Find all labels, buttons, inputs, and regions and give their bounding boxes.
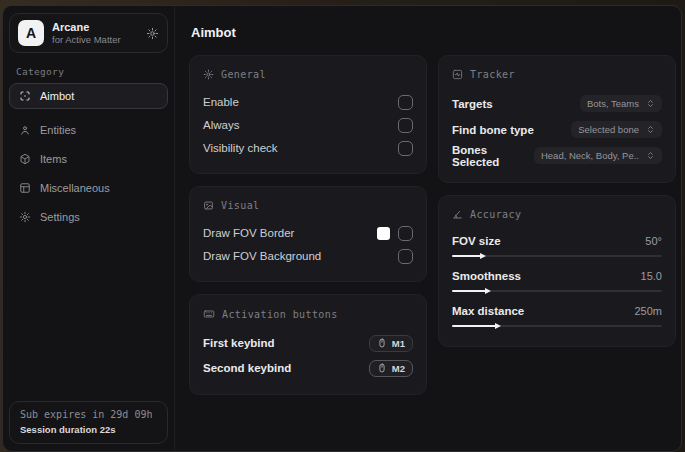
draw-fov-background-checkbox[interactable] — [398, 249, 413, 264]
select-value: Bots, Teams — [587, 98, 639, 109]
sidebar-item-label: Items — [40, 153, 67, 165]
sidebar-item-label: Miscellaneous — [40, 182, 110, 194]
sidebar-item-items[interactable]: Items — [9, 146, 168, 172]
visibility-check-checkbox[interactable] — [398, 141, 413, 156]
gear-icon[interactable] — [146, 27, 159, 40]
keybind-label: First keybind — [203, 337, 275, 349]
image-icon — [203, 200, 214, 211]
sidebar-item-aimbot[interactable]: Aimbot — [9, 83, 168, 109]
accuracy-header-label: Accuracy — [470, 209, 521, 220]
draw-fov-border-checkbox[interactable] — [398, 226, 413, 241]
sidebar-item-label: Aimbot — [40, 90, 74, 102]
layout-grid-icon — [19, 182, 31, 194]
toggle-label: Always — [203, 119, 239, 131]
slider-thumb[interactable] — [495, 323, 501, 329]
tracker-card: Tracker Targets Bots, Teams — [438, 55, 676, 183]
tracker-header-label: Tracker — [470, 69, 515, 80]
activation-header-label: Activation buttons — [222, 309, 338, 320]
toggle-row-visibility-check: Visibility check — [203, 137, 413, 159]
fov-border-color-swatch[interactable] — [377, 227, 390, 240]
brand-subtitle: for Active Matter — [52, 34, 121, 46]
slider-label: FOV size — [452, 235, 501, 247]
slider-fill — [452, 325, 496, 327]
second-keybind-button[interactable]: M2 — [369, 360, 413, 377]
visual-card: Visual Draw FOV Border Draw FOV Backgrou… — [189, 186, 427, 282]
unfold-icon — [646, 99, 655, 108]
mouse-icon — [377, 338, 387, 348]
visual-header: Visual — [203, 200, 413, 211]
sidebar-nav: Aimbot Entities Items — [3, 83, 174, 230]
select-label: Targets — [452, 98, 493, 110]
general-header-label: General — [221, 69, 266, 80]
max-distance-slider[interactable] — [452, 325, 662, 327]
find-bone-type-select[interactable]: Selected bone — [571, 121, 662, 138]
select-row-bones-selected: Bones Selected Head, Neck, Body, Pe.. — [452, 143, 662, 168]
select-label: Bones Selected — [452, 144, 534, 168]
keybind-value: M2 — [392, 363, 405, 374]
slider-thumb[interactable] — [480, 253, 486, 259]
sidebar-item-settings[interactable]: Settings — [9, 204, 168, 230]
brand-card: A Arcane for Active Matter — [9, 13, 168, 53]
toggle-row-draw-fov-background: Draw FOV Background — [203, 245, 413, 267]
keybind-value: M1 — [392, 338, 405, 349]
first-keybind-button[interactable]: M1 — [369, 335, 413, 352]
sidebar-item-entities[interactable]: Entities — [9, 117, 168, 143]
sub-expires-text: Sub expires in 29d 09h — [20, 409, 157, 420]
select-value: Head, Neck, Body, Pe.. — [541, 150, 639, 161]
brand-logo: A — [18, 20, 44, 46]
general-header: General — [203, 69, 413, 80]
radar-activity-icon — [452, 69, 463, 80]
accuracy-card: Accuracy FOV size 50° — [438, 195, 676, 347]
slider-label: Smoothness — [452, 270, 521, 282]
page-title: Aimbot — [191, 25, 676, 40]
fov-size-slider[interactable] — [452, 255, 662, 257]
targets-select[interactable]: Bots, Teams — [580, 95, 662, 112]
session-duration-text: Session duration 22s — [20, 424, 157, 435]
keyboard-icon — [203, 308, 215, 320]
enable-checkbox[interactable] — [398, 95, 413, 110]
toggle-label: Visibility check — [203, 142, 278, 154]
general-card: General Enable Always Visibility check — [189, 55, 427, 174]
keybind-row-second: Second keybind M2 — [203, 356, 413, 380]
brand-title: Arcane — [52, 21, 121, 34]
slider-fill — [452, 290, 486, 292]
app-window: A Arcane for Active Matter Category — [2, 5, 682, 452]
main-content: Aimbot General Enable — [175, 6, 682, 451]
scan-icon — [19, 90, 31, 102]
select-value: Selected bone — [578, 124, 639, 135]
slider-fov-size: FOV size 50° — [452, 231, 662, 257]
toggle-label: Draw FOV Background — [203, 250, 321, 262]
tracker-header: Tracker — [452, 69, 662, 80]
slider-value: 15.0 — [641, 270, 662, 282]
select-row-find-bone-type: Find bone type Selected bone — [452, 117, 662, 142]
unfold-icon — [646, 125, 655, 134]
sidebar-item-label: Entities — [40, 124, 76, 136]
slider-value: 50° — [645, 235, 662, 247]
slider-thumb[interactable] — [485, 288, 491, 294]
fov-border-controls — [377, 226, 413, 241]
slider-label: Max distance — [452, 305, 524, 317]
sidebar-item-miscellaneous[interactable]: Miscellaneous — [9, 175, 168, 201]
toggle-label: Draw FOV Border — [203, 227, 294, 239]
accuracy-header: Accuracy — [452, 209, 662, 220]
visual-header-label: Visual — [221, 200, 260, 211]
smoothness-slider[interactable] — [452, 290, 662, 292]
sidebar-item-label: Settings — [40, 211, 80, 223]
always-checkbox[interactable] — [398, 118, 413, 133]
category-label: Category — [16, 66, 161, 77]
toggle-row-enable: Enable — [203, 91, 413, 113]
right-column: Tracker Targets Bots, Teams — [438, 55, 676, 359]
toggle-row-draw-fov-border: Draw FOV Border — [203, 222, 413, 244]
bones-selected-select[interactable]: Head, Neck, Body, Pe.. — [534, 147, 662, 164]
settings-gear-icon — [19, 211, 31, 223]
sidebar: A Arcane for Active Matter Category — [3, 6, 175, 451]
slider-max-distance: Max distance 250m — [452, 301, 662, 327]
cube-icon — [19, 153, 31, 165]
keybind-label: Second keybind — [203, 362, 291, 374]
person-target-icon — [19, 124, 31, 136]
subscription-status-card: Sub expires in 29d 09h Session duration … — [9, 401, 168, 444]
left-column: General Enable Always Visibility check — [189, 55, 427, 407]
mouse-icon — [377, 363, 387, 373]
keybind-row-first: First keybind M1 — [203, 331, 413, 355]
select-row-targets: Targets Bots, Teams — [452, 91, 662, 116]
